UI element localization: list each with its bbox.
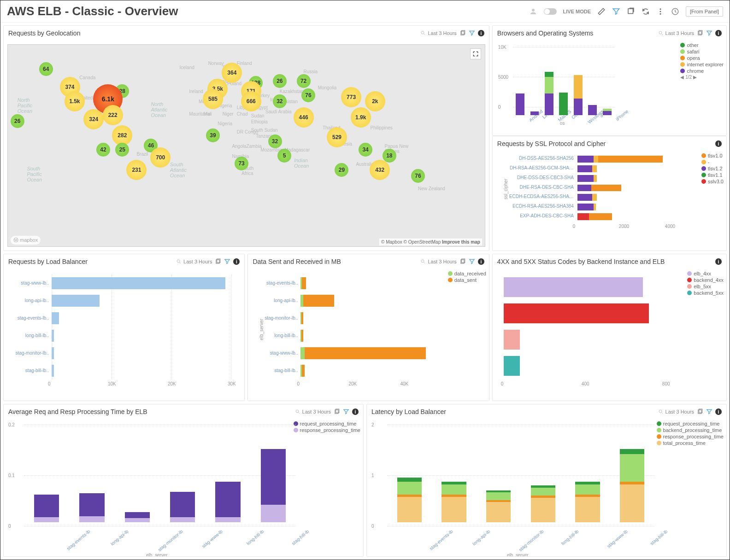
- errcodes-chart[interactable]: elb_4xxbackend_4xxelb_5xxbackend_5xx0400…: [495, 271, 724, 399]
- filter-icon[interactable]: [706, 408, 712, 415]
- geo-bubble[interactable]: 222: [103, 105, 123, 125]
- avg-title: Average Req and Resp Processing Time by …: [8, 408, 293, 415]
- geo-bubble[interactable]: 700: [150, 147, 171, 168]
- latency-chart[interactable]: request_processing_timebackend_processin…: [369, 421, 724, 554]
- geo-bubble[interactable]: 76: [411, 169, 425, 183]
- copy-icon[interactable]: [697, 408, 703, 415]
- filter-icon[interactable]: [343, 408, 349, 415]
- info-icon[interactable]: i: [715, 408, 722, 415]
- info-icon[interactable]: i: [715, 30, 722, 36]
- latency-title: Latency by Load Balancer: [371, 408, 656, 415]
- geo-map[interactable]: NorthAtlanticOcean SouthAtlanticOcean In…: [7, 44, 485, 247]
- geo-bubble[interactable]: 364: [222, 63, 242, 83]
- ssl-chart[interactable]: tlsv1.0-tlsv1.2tlsv1.1sslv3.0020004000DH…: [495, 153, 724, 249]
- info-icon[interactable]: i: [352, 408, 359, 415]
- geo-bubble[interactable]: 585: [203, 89, 223, 109]
- browsers-title: Browsers and Operating Systems: [497, 29, 656, 37]
- geo-bubble[interactable]: 1.9k: [351, 107, 371, 128]
- geo-bubble[interactable]: 72: [297, 74, 311, 88]
- copy-icon[interactable]: [215, 258, 221, 265]
- info-icon[interactable]: i: [478, 258, 484, 265]
- ocean-label: SouthPacificOcean: [27, 166, 41, 182]
- geo-bubble[interactable]: 26: [273, 74, 287, 88]
- req-lb-chart[interactable]: 010K20K30Kstag-www-lb..long-api-lb..stag…: [6, 271, 242, 399]
- magnify-icon[interactable]: [176, 259, 182, 264]
- svg-point-21: [659, 410, 662, 413]
- filter-icon[interactable]: [469, 30, 475, 36]
- svg-point-2: [660, 8, 661, 10]
- filter-icon[interactable]: [224, 258, 230, 265]
- geo-panel-title: Requests by Geolocation: [8, 29, 418, 37]
- geo-bubble[interactable]: 26: [11, 114, 24, 128]
- geo-bubble[interactable]: 73: [235, 157, 248, 170]
- ssl-panel: Requests by SSL Protocol and Cipher i tl…: [492, 136, 727, 251]
- copy-icon[interactable]: [697, 30, 703, 36]
- geo-bubble[interactable]: 29: [335, 163, 348, 177]
- geo-bubble[interactable]: 32: [273, 94, 287, 108]
- map-attribution: © Mapbox © OpenStreetMap Improve this ma…: [379, 239, 482, 245]
- errcodes-panel: 4XX and 5XX Status Codes by Backend Inst…: [492, 254, 727, 401]
- geo-bubble[interactable]: 25: [115, 143, 129, 157]
- svg-point-4: [660, 13, 661, 14]
- filter-icon[interactable]: [706, 30, 712, 36]
- magnify-icon[interactable]: [420, 259, 426, 264]
- edit-icon[interactable]: [597, 7, 606, 16]
- geo-bubble[interactable]: 1.5k: [65, 91, 85, 111]
- geo-bubble[interactable]: 18: [383, 149, 396, 163]
- geo-panel: Requests by Geolocation Last 3 Hours i N…: [3, 25, 489, 251]
- geo-bubble[interactable]: 76: [301, 88, 315, 102]
- avg-chart[interactable]: request_processing_timeresponse_processi…: [6, 421, 361, 554]
- geo-bubble[interactable]: 64: [39, 62, 53, 76]
- geo-bubble[interactable]: 529: [327, 127, 347, 147]
- geo-bubble[interactable]: 231: [126, 160, 147, 180]
- req-lb-panel: Requests by Load Balancer Last 3 Hours i…: [3, 254, 245, 401]
- dashboard-header: AWS ELB - Classic - Overview LIVE MODE […: [0, 0, 730, 23]
- magnify-icon[interactable]: [420, 30, 426, 36]
- info-icon[interactable]: i: [233, 258, 240, 265]
- geo-bubble[interactable]: 39: [206, 128, 220, 142]
- magnify-icon[interactable]: [295, 409, 300, 414]
- geo-bubble[interactable]: 42: [96, 143, 110, 157]
- clock-icon[interactable]: [671, 7, 679, 16]
- svg-rect-1: [628, 9, 633, 14]
- geo-bubble[interactable]: 666: [241, 91, 261, 111]
- live-mode-toggle[interactable]: [544, 8, 557, 15]
- more-icon[interactable]: [656, 7, 665, 16]
- magnify-icon[interactable]: [658, 30, 664, 36]
- copy-icon[interactable]: [334, 408, 340, 415]
- info-icon[interactable]: i: [715, 140, 722, 147]
- mapbox-logo: Ⓜ mapbox: [11, 236, 41, 245]
- svg-point-9: [659, 31, 662, 34]
- geo-bubble[interactable]: 446: [294, 107, 314, 128]
- ocean-label: SouthAtlanticOcean: [170, 162, 187, 178]
- geo-bubble[interactable]: 2k: [365, 91, 385, 111]
- user-icon: [529, 7, 537, 16]
- data-mb-chart[interactable]: data_receiveddata_sent020K40Kstag-events…: [250, 271, 487, 399]
- browsers-chart[interactable]: othersafarioperainternet explorerchrome◀…: [495, 42, 724, 134]
- copy-icon[interactable]: [459, 258, 466, 265]
- page-title: AWS ELB - Classic - Overview: [7, 4, 529, 18]
- svg-point-18: [296, 410, 299, 413]
- copy-icon[interactable]: [459, 30, 466, 36]
- share-icon[interactable]: [627, 7, 635, 16]
- geo-bubble[interactable]: 432: [370, 160, 390, 180]
- info-icon[interactable]: i: [478, 30, 484, 36]
- refresh-icon[interactable]: [642, 7, 650, 16]
- geo-bubble[interactable]: 773: [341, 87, 361, 107]
- geo-bubble[interactable]: 324: [83, 109, 104, 129]
- fullscreen-icon[interactable]: [470, 48, 481, 59]
- geo-bubble[interactable]: 32: [268, 134, 282, 148]
- magnify-icon[interactable]: [658, 409, 664, 414]
- info-icon[interactable]: i: [715, 258, 722, 265]
- svg-point-0: [532, 9, 535, 12]
- live-mode-label: LIVE MODE: [563, 9, 591, 14]
- svg-point-12: [177, 260, 180, 262]
- time-from-panel[interactable]: [From Panel]: [686, 6, 723, 17]
- errcodes-title: 4XX and 5XX Status Codes by Backend Inst…: [497, 258, 713, 265]
- geo-bubble[interactable]: 34: [359, 143, 372, 157]
- ocean-label: NorthAtlanticOcean: [151, 101, 167, 118]
- avg-panel: Average Req and Resp Processing Time by …: [3, 404, 364, 557]
- filter-icon[interactable]: [469, 258, 475, 265]
- geo-bubble[interactable]: 5: [277, 149, 291, 163]
- filter-icon[interactable]: [612, 7, 620, 16]
